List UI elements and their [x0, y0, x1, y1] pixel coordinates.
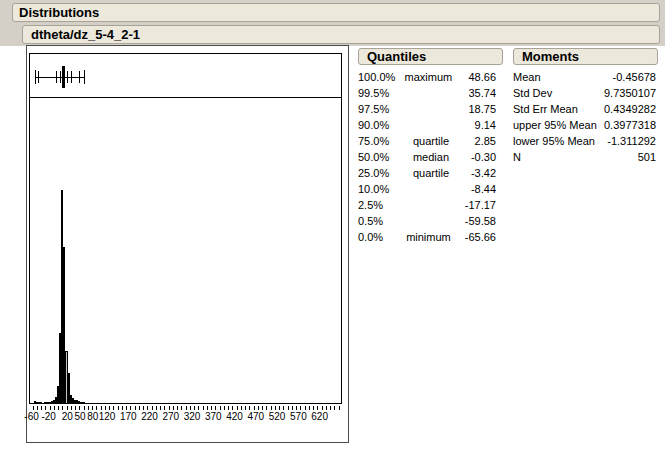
quantile-pct: 75.0%: [358, 134, 408, 150]
quantile-label: maximum: [405, 70, 453, 86]
x-axis-tick: [258, 406, 259, 410]
x-axis-tick: [194, 406, 195, 410]
table-row: 50.0%median-0.30: [358, 150, 496, 166]
quantile-value: -3.42: [449, 166, 496, 182]
x-axis-tick: [237, 406, 238, 410]
x-axis-tick: [322, 406, 323, 410]
x-axis-tick-label: 80: [87, 411, 98, 422]
quantile-boxplot[interactable]: [30, 54, 341, 98]
x-axis-tick-label: 470: [248, 411, 265, 422]
x-axis-tick: [75, 406, 76, 410]
x-axis-tick: [296, 406, 297, 410]
x-axis-tick: [300, 406, 301, 410]
x-axis-tick: [169, 406, 170, 410]
histogram-bar[interactable]: [40, 402, 42, 403]
table-row: lower 95% Mean-1.311292: [513, 134, 656, 150]
x-axis-tick: [313, 406, 314, 410]
x-axis-tick: [211, 406, 212, 410]
variable-title-bar[interactable]: dtheta/dz_5-4_2-1: [22, 25, 660, 44]
x-axis-tick: [139, 406, 140, 410]
quantile-value: 18.75: [449, 102, 496, 118]
quantile-label: [408, 198, 449, 214]
x-axis-tick: [41, 406, 42, 410]
x-axis-tick: [232, 406, 233, 410]
x-axis-tick: [173, 406, 174, 410]
x-axis-tick-label: 220: [141, 411, 158, 422]
boxplot-p99-5-tick: [79, 71, 80, 83]
quantile-pct: 2.5%: [358, 198, 408, 214]
x-axis-tick: [130, 406, 131, 410]
moments-title: Moments: [522, 49, 579, 64]
x-axis-tick-label: 570: [290, 411, 307, 422]
moment-label: N: [513, 150, 638, 166]
boxplot-min-tick: [35, 70, 36, 84]
x-axis-tick: [254, 406, 255, 410]
x-axis-tick: [152, 406, 153, 410]
x-axis-tick: [45, 406, 46, 410]
x-axis-tick: [122, 406, 123, 410]
x-axis-tick: [207, 406, 208, 410]
moment-label: upper 95% Mean: [513, 118, 604, 134]
quantile-value: -0.30: [449, 150, 496, 166]
moments-header[interactable]: Moments: [513, 48, 658, 65]
quantile-pct: 0.0%: [358, 230, 406, 246]
x-axis-tick: [96, 406, 97, 410]
quantile-label: [408, 214, 449, 230]
x-axis-tick: [305, 406, 306, 410]
moment-value: -0.45678: [613, 70, 656, 86]
moment-label: Std Dev: [513, 86, 604, 102]
table-row: 0.5%-59.58: [358, 214, 496, 230]
table-row: 10.0%-8.44: [358, 182, 496, 198]
x-axis-tick: [58, 406, 59, 410]
moment-label: Mean: [513, 70, 613, 86]
x-axis-tick: [113, 406, 114, 410]
boxplot-max-tick: [84, 70, 85, 84]
x-axis-tick-label: 520: [269, 411, 286, 422]
x-axis-tick: [177, 406, 178, 410]
x-axis-tick-label: 120: [99, 411, 116, 422]
variable-title: dtheta/dz_5-4_2-1: [31, 27, 140, 42]
x-axis-tick: [181, 406, 182, 410]
x-axis-tick: [266, 406, 267, 410]
quantile-pct: 0.5%: [358, 214, 408, 230]
x-axis-tick: [37, 406, 38, 410]
histogram-bar[interactable]: [82, 402, 84, 403]
x-axis-tick: [147, 406, 148, 410]
x-axis-tick: [309, 406, 310, 410]
x-axis-tick-label: -20: [41, 411, 55, 422]
plot-frame: [29, 53, 342, 404]
moment-label: lower 95% Mean: [513, 134, 607, 150]
x-axis-tick: [224, 406, 225, 410]
x-axis-tick: [326, 406, 327, 410]
x-axis-tick: [79, 406, 80, 410]
moment-value: 0.3977318: [604, 118, 656, 134]
quantile-value: -17.17: [449, 198, 496, 214]
x-axis-tick: [62, 406, 63, 410]
quantile-label: quartile: [408, 134, 449, 150]
x-axis-tick: [33, 406, 34, 410]
boxplot-p90-tick: [67, 71, 68, 83]
report-title-bar[interactable]: Distributions: [12, 3, 660, 22]
distribution-report: Distributions dtheta/dz_5-4_2-1 -60-2020…: [0, 0, 665, 452]
quantiles-header[interactable]: Quantiles: [358, 48, 503, 65]
x-axis-tick: [101, 406, 102, 410]
x-axis-tick-label: 370: [205, 411, 222, 422]
x-axis-tick-label: 420: [226, 411, 243, 422]
x-axis-tick: [317, 406, 318, 410]
x-axis-tick: [67, 406, 68, 410]
x-axis-tick: [160, 406, 161, 410]
quantile-value: -59.58: [449, 214, 496, 230]
quantile-pct: 50.0%: [358, 150, 408, 166]
report-title: Distributions: [19, 5, 99, 20]
x-axis-tick: [143, 406, 144, 410]
x-axis-tick: [190, 406, 191, 410]
table-row: upper 95% Mean0.3977318: [513, 118, 656, 134]
histogram[interactable]: [30, 99, 341, 403]
x-axis-tick-label: 170: [120, 411, 137, 422]
x-axis[interactable]: -60-202050801201702202703203704204705205…: [29, 406, 342, 432]
x-axis-tick: [283, 406, 284, 410]
quantile-value: 9.14: [449, 118, 496, 134]
x-axis-tick: [88, 406, 89, 410]
quantile-value: 35.74: [449, 86, 496, 102]
x-axis-tick: [330, 406, 331, 410]
